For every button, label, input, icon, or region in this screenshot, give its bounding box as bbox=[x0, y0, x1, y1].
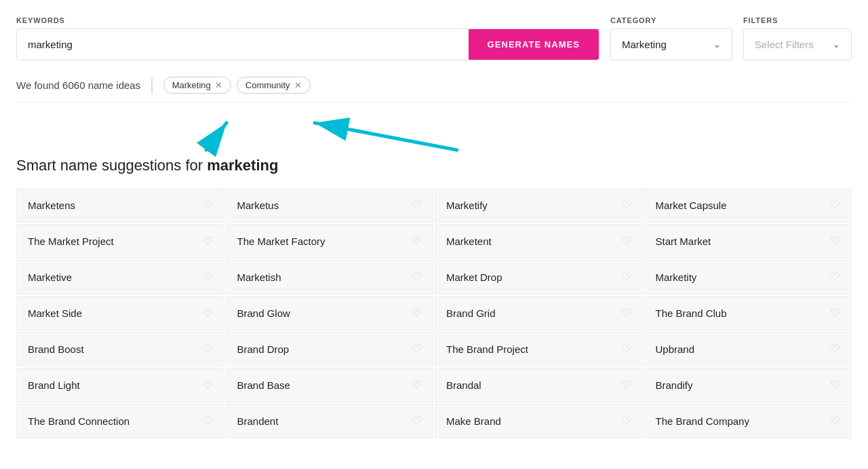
heart-icon[interactable]: ♡ bbox=[203, 414, 213, 428]
name-cell: Brandent ♡ bbox=[226, 404, 434, 438]
name-cell: Brandal ♡ bbox=[435, 368, 643, 402]
name-cell: Brand Light ♡ bbox=[16, 368, 224, 402]
name-cell: The Market Project ♡ bbox=[16, 224, 224, 259]
name-text: Marketens bbox=[28, 200, 75, 211]
name-text: Marketus bbox=[237, 200, 279, 211]
heart-icon[interactable]: ♡ bbox=[412, 198, 422, 212]
name-text: Brand Base bbox=[237, 379, 290, 391]
keywords-input[interactable] bbox=[17, 29, 469, 60]
results-bar: We found 6060 name ideas Marketing ✕ Com… bbox=[16, 77, 852, 102]
name-cell: Marketent ♡ bbox=[435, 224, 643, 259]
name-cell: Brandify ♡ bbox=[644, 368, 852, 402]
heart-icon[interactable]: ♡ bbox=[830, 378, 840, 392]
heart-icon[interactable]: ♡ bbox=[830, 270, 840, 284]
tag-marketing-label: Marketing bbox=[172, 80, 211, 90]
name-text: The Market Factory bbox=[237, 236, 326, 247]
results-count: We found 6060 name ideas bbox=[16, 79, 140, 91]
filters-label: FILTERS bbox=[743, 16, 852, 24]
tags-container: Marketing ✕ Community ✕ bbox=[163, 77, 311, 94]
keywords-group: KEYWORDS GENERATE NAMES bbox=[16, 16, 599, 60]
chevron-down-icon: ⌄ bbox=[713, 39, 721, 50]
name-text: Market Capsule bbox=[656, 200, 727, 211]
heart-icon[interactable]: ♡ bbox=[621, 198, 631, 212]
name-cell: Brand Base ♡ bbox=[226, 368, 434, 402]
name-cell: The Market Factory ♡ bbox=[226, 224, 434, 259]
category-select[interactable]: Marketing ⌄ bbox=[610, 29, 732, 60]
name-text: Marketent bbox=[446, 236, 492, 247]
heart-icon[interactable]: ♡ bbox=[412, 378, 422, 392]
suggestion-prefix: Smart name suggestions for bbox=[16, 157, 207, 174]
heart-icon[interactable]: ♡ bbox=[621, 378, 631, 392]
name-cell: Brand Boost ♡ bbox=[16, 332, 224, 367]
heart-icon[interactable]: ♡ bbox=[203, 342, 213, 356]
name-text: Market Drop bbox=[446, 271, 502, 283]
heart-icon[interactable]: ♡ bbox=[621, 234, 631, 248]
heart-icon[interactable]: ♡ bbox=[621, 414, 631, 428]
name-text: Marketify bbox=[446, 200, 488, 211]
heart-icon[interactable]: ♡ bbox=[621, 306, 631, 320]
name-text: Make Brand bbox=[446, 415, 501, 427]
results-divider bbox=[151, 77, 153, 94]
name-cell: Marketify ♡ bbox=[435, 188, 643, 223]
heart-icon[interactable]: ♡ bbox=[830, 306, 840, 320]
category-value: Marketing bbox=[622, 39, 667, 50]
heart-icon[interactable]: ♡ bbox=[412, 342, 422, 356]
suggestion-header: Smart name suggestions for marketing bbox=[16, 157, 852, 174]
page-container: KEYWORDS GENERATE NAMES CATEGORY Marketi… bbox=[0, 0, 868, 466]
name-cell: The Brand Connection ♡ bbox=[16, 404, 224, 438]
heart-icon[interactable]: ♡ bbox=[412, 306, 422, 320]
filters-select[interactable]: Select Filters ⌄ bbox=[743, 29, 852, 60]
heart-icon[interactable]: ♡ bbox=[412, 270, 422, 284]
name-cell: Start Market ♡ bbox=[644, 224, 852, 259]
filters-placeholder: Select Filters bbox=[755, 39, 814, 50]
heart-icon[interactable]: ♡ bbox=[412, 234, 422, 248]
chevron-down-icon: ⌄ bbox=[833, 39, 840, 50]
name-text: The Brand Club bbox=[656, 307, 727, 319]
name-cell: Brand Drop ♡ bbox=[226, 332, 434, 367]
name-cell: Marketity ♡ bbox=[644, 260, 852, 295]
heart-icon[interactable]: ♡ bbox=[621, 270, 631, 284]
name-text: Brand Light bbox=[28, 379, 80, 391]
tag-marketing-remove[interactable]: ✕ bbox=[215, 80, 222, 90]
heart-icon[interactable]: ♡ bbox=[203, 306, 213, 320]
heart-icon[interactable]: ♡ bbox=[830, 342, 840, 356]
name-cell: The Brand Company ♡ bbox=[644, 404, 852, 438]
category-label: CATEGORY bbox=[610, 16, 732, 24]
heart-icon[interactable]: ♡ bbox=[203, 234, 213, 248]
name-text: Brand Boost bbox=[28, 343, 84, 355]
name-text: Marketity bbox=[656, 271, 697, 283]
name-text: Brandify bbox=[656, 379, 693, 391]
keywords-input-wrap: GENERATE NAMES bbox=[16, 29, 599, 60]
name-cell: Market Capsule ♡ bbox=[644, 188, 852, 223]
name-cell: Make Brand ♡ bbox=[435, 404, 643, 438]
name-text: The Brand Project bbox=[446, 343, 528, 355]
heart-icon[interactable]: ♡ bbox=[203, 198, 213, 212]
generate-button[interactable]: GENERATE NAMES bbox=[469, 29, 599, 60]
name-text: Brand Grid bbox=[446, 307, 496, 319]
name-cell: Marketive ♡ bbox=[16, 260, 224, 295]
name-grid: Marketens ♡ Marketus ♡ Marketify ♡ Marke… bbox=[16, 188, 852, 438]
heart-icon[interactable]: ♡ bbox=[203, 270, 213, 284]
filters-group: FILTERS Select Filters ⌄ bbox=[743, 16, 852, 60]
name-cell: Marketus ♡ bbox=[226, 188, 434, 223]
tag-community[interactable]: Community ✕ bbox=[237, 77, 311, 94]
name-text: Brandal bbox=[446, 379, 481, 391]
name-cell: Marketens ♡ bbox=[16, 188, 224, 223]
heart-icon[interactable]: ♡ bbox=[412, 414, 422, 428]
tag-community-remove[interactable]: ✕ bbox=[294, 80, 302, 90]
name-text: Start Market bbox=[656, 236, 711, 247]
name-cell: The Brand Club ♡ bbox=[644, 296, 852, 331]
tag-marketing[interactable]: Marketing ✕ bbox=[163, 77, 231, 94]
heart-icon[interactable]: ♡ bbox=[621, 342, 631, 356]
header-row: KEYWORDS GENERATE NAMES CATEGORY Marketi… bbox=[16, 16, 852, 60]
heart-icon[interactable]: ♡ bbox=[830, 198, 840, 212]
name-text: The Brand Connection bbox=[28, 415, 130, 427]
suggestion-keyword: marketing bbox=[207, 157, 278, 174]
name-text: Brand Drop bbox=[237, 343, 290, 355]
name-text: Brandent bbox=[237, 415, 279, 427]
heart-icon[interactable]: ♡ bbox=[203, 378, 213, 392]
heart-icon[interactable]: ♡ bbox=[830, 234, 840, 248]
name-text: Marketish bbox=[237, 271, 281, 283]
name-text: Market Side bbox=[28, 307, 82, 319]
heart-icon[interactable]: ♡ bbox=[830, 414, 840, 428]
